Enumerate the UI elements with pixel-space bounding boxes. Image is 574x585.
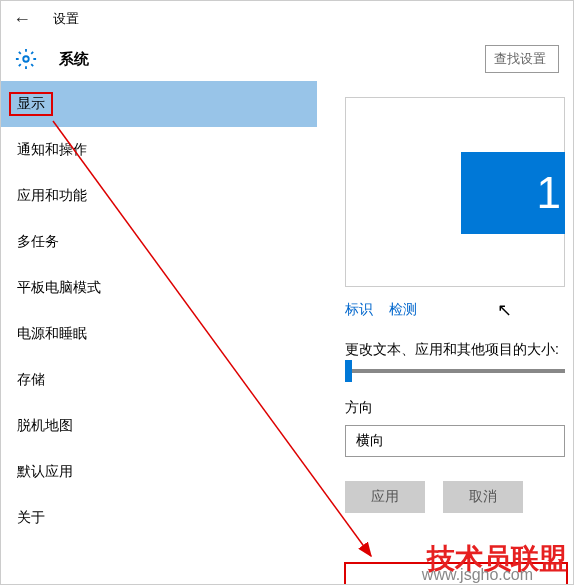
- detect-link[interactable]: 检测: [389, 301, 417, 319]
- sidebar-item-label: 多任务: [17, 233, 59, 251]
- orientation-value: 横向: [356, 432, 384, 450]
- sidebar-item-label: 显示: [9, 92, 53, 116]
- gear-icon: [15, 48, 37, 70]
- scale-label: 更改文本、应用和其他项目的大小:: [345, 341, 573, 359]
- sidebar-item-6[interactable]: 存储: [1, 357, 317, 403]
- sidebar-item-label: 电源和睡眠: [17, 325, 87, 343]
- breadcrumb: 设置: [53, 10, 79, 28]
- sidebar-item-label: 存储: [17, 371, 45, 389]
- scale-slider[interactable]: [345, 369, 565, 373]
- sidebar-item-9[interactable]: 关于: [1, 495, 317, 541]
- sidebar-item-8[interactable]: 默认应用: [1, 449, 317, 495]
- sidebar-item-4[interactable]: 平板电脑模式: [1, 265, 317, 311]
- sidebar-item-label: 通知和操作: [17, 141, 87, 159]
- sidebar: 显示通知和操作应用和功能多任务平板电脑模式电源和睡眠存储脱机地图默认应用关于: [1, 81, 317, 584]
- sidebar-item-0[interactable]: 显示: [1, 81, 317, 127]
- sidebar-item-2[interactable]: 应用和功能: [1, 173, 317, 219]
- search-input[interactable]: 查找设置: [485, 45, 559, 73]
- sidebar-item-7[interactable]: 脱机地图: [1, 403, 317, 449]
- monitor-block[interactable]: 1: [461, 152, 565, 234]
- cancel-button[interactable]: 取消: [443, 481, 523, 513]
- sidebar-item-5[interactable]: 电源和睡眠: [1, 311, 317, 357]
- sidebar-item-label: 默认应用: [17, 463, 73, 481]
- sidebar-item-label: 应用和功能: [17, 187, 87, 205]
- back-button[interactable]: ←: [13, 9, 37, 30]
- sidebar-item-label: 脱机地图: [17, 417, 73, 435]
- sidebar-item-3[interactable]: 多任务: [1, 219, 317, 265]
- sidebar-item-1[interactable]: 通知和操作: [1, 127, 317, 173]
- orientation-select[interactable]: 横向: [345, 425, 565, 457]
- apply-button[interactable]: 应用: [345, 481, 425, 513]
- page-title: 系统: [59, 50, 89, 69]
- svg-point-0: [23, 56, 29, 62]
- sidebar-item-label: 关于: [17, 509, 45, 527]
- sidebar-item-label: 平板电脑模式: [17, 279, 101, 297]
- monitor-preview: 1: [345, 97, 565, 287]
- content-panel: 1 标识 检测 ↖ 更改文本、应用和其他项目的大小: 方向 横向 应用 取消: [317, 81, 573, 584]
- slider-thumb[interactable]: [345, 360, 352, 382]
- orientation-label: 方向: [345, 399, 573, 417]
- search-placeholder: 查找设置: [494, 50, 546, 68]
- identify-link[interactable]: 标识: [345, 301, 373, 319]
- monitor-number: 1: [537, 168, 561, 218]
